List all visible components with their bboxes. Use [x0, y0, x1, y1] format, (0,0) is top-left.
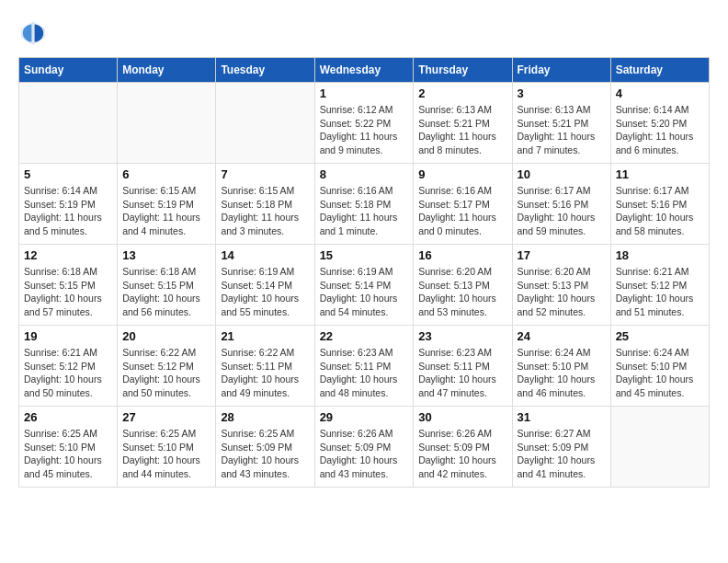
day-number: 23: [418, 329, 506, 343]
calendar-day-cell: 21Sunrise: 6:22 AM Sunset: 5:11 PM Dayli…: [216, 326, 314, 407]
day-info: Sunrise: 6:21 AM Sunset: 5:12 PM Dayligh…: [616, 265, 704, 319]
calendar-day-cell: 18Sunrise: 6:21 AM Sunset: 5:12 PM Dayli…: [610, 245, 709, 326]
calendar-day-cell: 12Sunrise: 6:18 AM Sunset: 5:15 PM Dayli…: [19, 245, 118, 326]
day-number: 10: [518, 167, 606, 181]
day-info: Sunrise: 6:23 AM Sunset: 5:11 PM Dayligh…: [418, 346, 506, 400]
day-info: Sunrise: 6:15 AM Sunset: 5:19 PM Dayligh…: [122, 184, 210, 238]
calendar-week-row: 26Sunrise: 6:25 AM Sunset: 5:10 PM Dayli…: [19, 407, 710, 488]
day-number: 2: [418, 86, 506, 100]
day-info: Sunrise: 6:24 AM Sunset: 5:10 PM Dayligh…: [616, 346, 704, 400]
calendar-day-cell: 28Sunrise: 6:25 AM Sunset: 5:09 PM Dayli…: [216, 407, 314, 488]
calendar-week-row: 19Sunrise: 6:21 AM Sunset: 5:12 PM Dayli…: [19, 326, 710, 407]
day-info: Sunrise: 6:20 AM Sunset: 5:13 PM Dayligh…: [518, 265, 606, 319]
day-number: 20: [122, 329, 210, 343]
calendar-day-header: Thursday: [414, 58, 512, 83]
day-number: 5: [24, 167, 112, 181]
day-info: Sunrise: 6:25 AM Sunset: 5:10 PM Dayligh…: [122, 427, 210, 481]
calendar-day-cell: 27Sunrise: 6:25 AM Sunset: 5:10 PM Dayli…: [118, 407, 216, 488]
day-info: Sunrise: 6:18 AM Sunset: 5:15 PM Dayligh…: [122, 265, 210, 319]
calendar-day-cell: 22Sunrise: 6:23 AM Sunset: 5:11 PM Dayli…: [314, 326, 414, 407]
day-info: Sunrise: 6:22 AM Sunset: 5:11 PM Dayligh…: [221, 346, 309, 400]
day-info: Sunrise: 6:13 AM Sunset: 5:21 PM Dayligh…: [518, 103, 606, 157]
day-info: Sunrise: 6:16 AM Sunset: 5:17 PM Dayligh…: [418, 184, 506, 238]
calendar-day-cell: 23Sunrise: 6:23 AM Sunset: 5:11 PM Dayli…: [414, 326, 512, 407]
logo: [18, 18, 53, 48]
calendar-day-header: Saturday: [610, 58, 709, 83]
calendar-day-cell: 16Sunrise: 6:20 AM Sunset: 5:13 PM Dayli…: [414, 245, 512, 326]
calendar-day-cell: [19, 83, 118, 164]
calendar-day-cell: 24Sunrise: 6:24 AM Sunset: 5:10 PM Dayli…: [512, 326, 610, 407]
calendar-day-cell: 7Sunrise: 6:15 AM Sunset: 5:18 PM Daylig…: [216, 164, 314, 245]
calendar-day-cell: 30Sunrise: 6:26 AM Sunset: 5:09 PM Dayli…: [414, 407, 512, 488]
day-number: 22: [320, 329, 409, 343]
day-info: Sunrise: 6:27 AM Sunset: 5:09 PM Dayligh…: [518, 427, 606, 481]
calendar-day-cell: 4Sunrise: 6:14 AM Sunset: 5:20 PM Daylig…: [610, 83, 709, 164]
calendar-day-cell: 19Sunrise: 6:21 AM Sunset: 5:12 PM Dayli…: [19, 326, 118, 407]
day-number: 8: [320, 167, 409, 181]
day-number: 29: [320, 410, 409, 424]
day-info: Sunrise: 6:26 AM Sunset: 5:09 PM Dayligh…: [418, 427, 506, 481]
day-number: 24: [518, 329, 606, 343]
day-info: Sunrise: 6:23 AM Sunset: 5:11 PM Dayligh…: [320, 346, 409, 400]
day-number: 15: [320, 248, 409, 262]
day-info: Sunrise: 6:26 AM Sunset: 5:09 PM Dayligh…: [320, 427, 409, 481]
calendar-day-cell: 10Sunrise: 6:17 AM Sunset: 5:16 PM Dayli…: [512, 164, 610, 245]
day-info: Sunrise: 6:13 AM Sunset: 5:21 PM Dayligh…: [418, 103, 506, 157]
calendar-day-cell: [118, 83, 216, 164]
calendar-day-header: Sunday: [19, 58, 118, 83]
day-number: 11: [616, 167, 704, 181]
logo-icon: [18, 18, 48, 48]
calendar-day-cell: 1Sunrise: 6:12 AM Sunset: 5:22 PM Daylig…: [314, 83, 414, 164]
day-info: Sunrise: 6:25 AM Sunset: 5:09 PM Dayligh…: [221, 427, 309, 481]
calendar-day-header: Wednesday: [314, 58, 414, 83]
day-number: 17: [518, 248, 606, 262]
day-number: 19: [24, 329, 112, 343]
page-header: [18, 18, 710, 48]
calendar-day-cell: 20Sunrise: 6:22 AM Sunset: 5:12 PM Dayli…: [118, 326, 216, 407]
day-info: Sunrise: 6:22 AM Sunset: 5:12 PM Dayligh…: [122, 346, 210, 400]
calendar-day-cell: 29Sunrise: 6:26 AM Sunset: 5:09 PM Dayli…: [314, 407, 414, 488]
day-number: 18: [616, 248, 704, 262]
day-info: Sunrise: 6:14 AM Sunset: 5:19 PM Dayligh…: [24, 184, 112, 238]
calendar-day-cell: 2Sunrise: 6:13 AM Sunset: 5:21 PM Daylig…: [414, 83, 512, 164]
calendar-week-row: 5Sunrise: 6:14 AM Sunset: 5:19 PM Daylig…: [19, 164, 710, 245]
calendar-day-cell: 25Sunrise: 6:24 AM Sunset: 5:10 PM Dayli…: [610, 326, 709, 407]
day-number: 3: [518, 86, 606, 100]
calendar-day-header: Friday: [512, 58, 610, 83]
day-info: Sunrise: 6:17 AM Sunset: 5:16 PM Dayligh…: [616, 184, 704, 238]
calendar-day-cell: 5Sunrise: 6:14 AM Sunset: 5:19 PM Daylig…: [19, 164, 118, 245]
calendar-day-cell: 17Sunrise: 6:20 AM Sunset: 5:13 PM Dayli…: [512, 245, 610, 326]
day-number: 6: [122, 167, 210, 181]
day-number: 21: [221, 329, 309, 343]
day-number: 12: [24, 248, 112, 262]
day-info: Sunrise: 6:18 AM Sunset: 5:15 PM Dayligh…: [24, 265, 112, 319]
day-number: 30: [418, 410, 506, 424]
calendar-day-header: Monday: [118, 58, 216, 83]
day-info: Sunrise: 6:14 AM Sunset: 5:20 PM Dayligh…: [616, 103, 704, 157]
day-number: 25: [616, 329, 704, 343]
calendar-day-cell: 31Sunrise: 6:27 AM Sunset: 5:09 PM Dayli…: [512, 407, 610, 488]
day-info: Sunrise: 6:25 AM Sunset: 5:10 PM Dayligh…: [24, 427, 112, 481]
day-info: Sunrise: 6:24 AM Sunset: 5:10 PM Dayligh…: [518, 346, 606, 400]
day-info: Sunrise: 6:17 AM Sunset: 5:16 PM Dayligh…: [518, 184, 606, 238]
calendar-day-cell: 9Sunrise: 6:16 AM Sunset: 5:17 PM Daylig…: [414, 164, 512, 245]
day-number: 9: [418, 167, 506, 181]
day-number: 13: [122, 248, 210, 262]
calendar-day-cell: 6Sunrise: 6:15 AM Sunset: 5:19 PM Daylig…: [118, 164, 216, 245]
day-info: Sunrise: 6:16 AM Sunset: 5:18 PM Dayligh…: [320, 184, 409, 238]
calendar-header-row: SundayMondayTuesdayWednesdayThursdayFrid…: [19, 58, 710, 83]
day-number: 14: [221, 248, 309, 262]
calendar-day-cell: 11Sunrise: 6:17 AM Sunset: 5:16 PM Dayli…: [610, 164, 709, 245]
calendar-day-cell: 8Sunrise: 6:16 AM Sunset: 5:18 PM Daylig…: [314, 164, 414, 245]
day-info: Sunrise: 6:20 AM Sunset: 5:13 PM Dayligh…: [418, 265, 506, 319]
day-info: Sunrise: 6:19 AM Sunset: 5:14 PM Dayligh…: [320, 265, 409, 319]
calendar-table: SundayMondayTuesdayWednesdayThursdayFrid…: [18, 57, 710, 488]
day-number: 28: [221, 410, 309, 424]
day-number: 27: [122, 410, 210, 424]
day-info: Sunrise: 6:15 AM Sunset: 5:18 PM Dayligh…: [221, 184, 309, 238]
day-number: 31: [518, 410, 606, 424]
day-number: 7: [221, 167, 309, 181]
day-info: Sunrise: 6:21 AM Sunset: 5:12 PM Dayligh…: [24, 346, 112, 400]
calendar-week-row: 1Sunrise: 6:12 AM Sunset: 5:22 PM Daylig…: [19, 83, 710, 164]
day-number: 4: [616, 86, 704, 100]
